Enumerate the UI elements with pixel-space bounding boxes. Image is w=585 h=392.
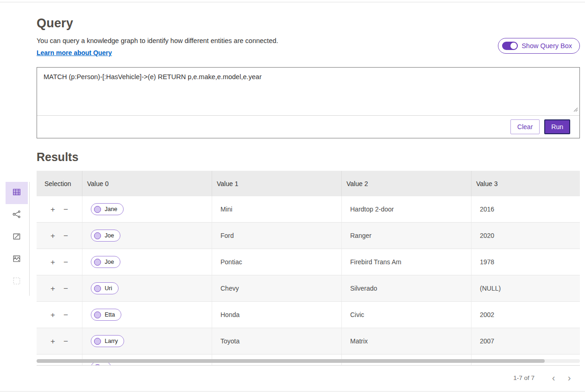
- entity-name: Jane: [105, 206, 117, 212]
- selection-view-icon: [13, 277, 21, 287]
- entity-icon: [94, 311, 101, 318]
- value2-cell: Civic: [342, 302, 472, 328]
- query-intro: You can query a knowledge graph to ident…: [37, 37, 278, 57]
- chart-view-icon: [13, 232, 21, 243]
- add-to-selection-button[interactable]: +: [49, 231, 57, 241]
- results-section: Selection Value 0 Value 1 Value 2 Value …: [0, 171, 585, 390]
- table-row: + − Uri Chevy Silverado (NULL): [37, 275, 580, 302]
- add-to-selection-button[interactable]: +: [49, 284, 57, 293]
- entity-pill[interactable]: Joe: [91, 230, 120, 242]
- add-to-selection-button[interactable]: +: [49, 336, 57, 346]
- map-view-icon: [13, 255, 21, 265]
- results-title: Results: [37, 150, 580, 164]
- entity-name: Joe: [105, 232, 114, 239]
- value2-cell: Hardtop 2-door: [342, 196, 472, 222]
- entity-pill[interactable]: Joe: [91, 256, 120, 268]
- column-header-selection: Selection: [37, 171, 82, 196]
- show-query-box-toggle[interactable]: Show Query Box: [498, 38, 580, 54]
- entity-icon: [94, 259, 101, 266]
- table-row: + − Joe Pontiac Firebird Trans Am 1978: [37, 249, 580, 275]
- table-view-icon: [13, 188, 21, 198]
- entity-icon: [94, 364, 101, 366]
- page-title: Query: [37, 16, 580, 31]
- value3-cell: 2020: [472, 223, 580, 249]
- query-description: You can query a knowledge graph to ident…: [37, 37, 278, 44]
- link-chart-view-button[interactable]: [6, 204, 28, 226]
- entity-name: Joe: [105, 259, 114, 265]
- link-chart-view-icon: [13, 210, 21, 220]
- table-row: + − Joe Ford Ranger 2020: [37, 223, 580, 249]
- table-view-button[interactable]: [6, 182, 28, 204]
- query-section: Query You can query a knowledge graph to…: [0, 2, 585, 164]
- table-header-row: Selection Value 0 Value 1 Value 2 Value …: [37, 171, 580, 196]
- entity-icon: [94, 232, 101, 239]
- run-button[interactable]: Run: [544, 119, 570, 134]
- remove-from-selection-button[interactable]: −: [62, 231, 69, 241]
- map-view-button[interactable]: [6, 249, 28, 271]
- previous-page-button[interactable]: ‹: [547, 372, 560, 384]
- column-header-value0: Value 0: [82, 171, 212, 196]
- entity-name: Uri: [105, 285, 112, 292]
- chart-view-button[interactable]: [6, 226, 28, 249]
- value2-cell: Silverado: [342, 275, 472, 301]
- pagination-bar: 1-7 of 7 ‹ ›: [37, 365, 580, 390]
- value3-cell: 1978: [472, 249, 580, 275]
- horizontal-scrollbar[interactable]: [37, 359, 580, 363]
- remove-from-selection-button[interactable]: −: [62, 336, 69, 346]
- entity-name: Larry: [105, 338, 118, 344]
- entity-pill[interactable]: Larry: [91, 335, 124, 347]
- entity-name: Etta: [105, 311, 115, 318]
- value3-cell: (NULL): [472, 275, 580, 301]
- table-body: + − Jane Mini Hardtop 2-door 2016: [37, 196, 580, 365]
- value3-cell: 2002: [472, 302, 580, 328]
- value3-cell: 2007: [472, 328, 580, 354]
- learn-more-link[interactable]: Learn more about Query: [37, 49, 112, 56]
- value2-cell: Matrix: [342, 328, 472, 354]
- remove-from-selection-button[interactable]: −: [62, 310, 69, 320]
- column-header-value3: Value 3: [472, 171, 580, 196]
- column-header-value1: Value 1: [212, 171, 342, 196]
- entity-icon: [94, 338, 101, 345]
- value2-cell: Ranger: [342, 223, 472, 249]
- entity-pill[interactable]: Uri: [91, 282, 119, 294]
- entity-pill[interactable]: Etta: [91, 309, 121, 321]
- query-page: Query You can query a knowledge graph to…: [0, 2, 585, 392]
- add-to-selection-button[interactable]: +: [49, 205, 57, 214]
- value3-cell: 2016: [472, 196, 580, 222]
- add-to-selection-button[interactable]: +: [49, 363, 57, 366]
- remove-from-selection-button[interactable]: −: [62, 363, 69, 366]
- query-box: MATCH (p:Person)-[:HasVehicle]->(e) RETU…: [37, 67, 580, 138]
- selection-view-button: [6, 271, 28, 293]
- remove-from-selection-button[interactable]: −: [62, 284, 69, 293]
- remove-from-selection-button[interactable]: −: [62, 257, 69, 267]
- value2-cell: Firebird Trans Am: [342, 249, 472, 275]
- next-page-button[interactable]: ›: [563, 372, 575, 384]
- remove-from-selection-button[interactable]: −: [62, 205, 69, 214]
- value1-cell: Mini: [212, 196, 342, 222]
- toggle-label: Show Query Box: [522, 42, 572, 50]
- toggle-switch-icon: [502, 42, 518, 50]
- column-header-value2: Value 2: [342, 171, 472, 196]
- view-switcher: [0, 171, 37, 390]
- clear-button[interactable]: Clear: [510, 119, 540, 134]
- entity-icon: [94, 206, 101, 213]
- value1-cell: Pontiac: [212, 249, 342, 275]
- table-row: + − Larry Toyota Matrix 2007: [37, 328, 580, 355]
- results-table: Selection Value 0 Value 1 Value 2 Value …: [37, 171, 580, 390]
- add-to-selection-button[interactable]: +: [49, 310, 57, 320]
- table-row: + − Jane Mini Hardtop 2-door 2016: [37, 196, 580, 223]
- value1-cell: Ford: [212, 223, 342, 249]
- add-to-selection-button[interactable]: +: [49, 257, 57, 267]
- scrollbar-thumb[interactable]: [37, 359, 545, 363]
- query-input[interactable]: MATCH (p:Person)-[:HasVehicle]->(e) RETU…: [37, 68, 579, 115]
- value1-cell: Honda: [212, 302, 342, 328]
- entity-pill[interactable]: Jane: [91, 203, 124, 215]
- pagination-range-label: 1-7 of 7: [513, 374, 535, 381]
- value1-cell: Chevy: [212, 275, 342, 301]
- value1-cell: Toyota: [212, 328, 342, 354]
- table-row: + − Etta Honda Civic 2002: [37, 302, 580, 328]
- entity-icon: [94, 285, 101, 292]
